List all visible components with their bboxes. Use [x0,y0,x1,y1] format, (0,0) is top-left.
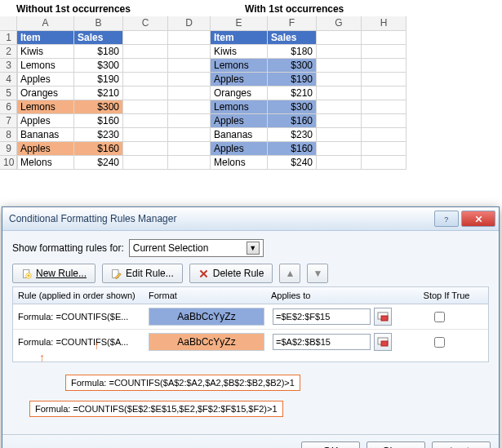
cell[interactable] [123,30,168,44]
cell[interactable] [168,127,211,141]
col-header[interactable]: G [317,16,362,30]
cell[interactable] [123,44,168,58]
cell[interactable]: Lemons [211,100,268,113]
cell[interactable] [317,58,362,72]
col-header[interactable]: B [74,16,123,30]
col-header[interactable]: H [362,16,406,30]
cell[interactable]: $190 [268,72,317,86]
cell[interactable] [362,113,406,127]
cell[interactable]: $240 [74,155,123,169]
cell[interactable]: Bananas [211,127,268,141]
cell[interactable]: Apples [17,72,74,86]
cell[interactable]: Lemons [211,58,268,72]
label-left: Without 1st occurrences [16,3,245,15]
row-header[interactable]: 4 [0,72,18,86]
cell[interactable]: $180 [74,44,123,58]
cell[interactable] [168,72,211,86]
cell[interactable] [168,30,211,44]
cell[interactable]: Item [17,30,74,44]
cell[interactable]: Lemons [17,100,74,113]
cell[interactable] [168,86,211,100]
row-header[interactable]: 8 [0,127,18,141]
cell[interactable]: Kiwis [17,44,74,58]
col-header[interactable]: C [123,16,168,30]
cell[interactable]: Apples [211,72,268,86]
cell[interactable]: Apples [211,141,268,155]
cell[interactable] [168,58,211,72]
cell[interactable]: $210 [74,86,123,100]
cell[interactable] [168,44,211,58]
cell[interactable] [362,30,406,44]
cell[interactable] [168,155,211,169]
cell[interactable]: Melons [17,155,74,169]
cell[interactable] [362,44,406,58]
cell[interactable] [362,127,406,141]
cell[interactable] [317,44,362,58]
cell[interactable] [168,113,211,127]
cell[interactable] [123,127,168,141]
cell[interactable] [123,72,168,86]
row-header[interactable]: 9 [0,141,18,155]
cell[interactable]: Sales [74,30,123,44]
cell[interactable]: Kiwis [211,44,268,58]
cell[interactable] [317,72,362,86]
cell[interactable]: $300 [74,58,123,72]
col-header[interactable]: F [268,16,317,30]
cell[interactable] [317,127,362,141]
cell[interactable] [317,113,362,127]
cell[interactable] [123,141,168,155]
cell[interactable] [168,100,211,113]
cell[interactable]: $210 [268,86,317,100]
cell[interactable] [123,155,168,169]
cell[interactable] [317,86,362,100]
cell[interactable] [317,30,362,44]
cell[interactable] [362,100,406,113]
cell[interactable] [362,141,406,155]
spreadsheet[interactable]: ABCDEFGHItemSalesItemSalesKiwis$180Kiwis… [16,16,406,170]
cell[interactable] [317,155,362,169]
cell[interactable]: Oranges [211,86,268,100]
cell[interactable] [123,58,168,72]
cell[interactable] [362,155,406,169]
cell[interactable]: Bananas [17,127,74,141]
cell[interactable]: Melons [211,155,268,169]
row-header[interactable]: 5 [0,86,18,100]
cell[interactable]: Oranges [17,86,74,100]
cell[interactable] [123,113,168,127]
cell[interactable]: $240 [268,155,317,169]
cell[interactable]: $160 [74,113,123,127]
row-header[interactable]: 10 [0,155,18,169]
cell[interactable]: $300 [268,100,317,113]
cell[interactable] [123,100,168,113]
cell[interactable]: $230 [74,127,123,141]
cell[interactable]: $160 [268,141,317,155]
cell[interactable]: $180 [268,44,317,58]
row-header[interactable]: 2 [0,44,18,58]
cell[interactable] [362,86,406,100]
cell[interactable]: Item [211,30,268,44]
col-header[interactable]: D [168,16,211,30]
cell[interactable]: Apples [211,113,268,127]
cell[interactable] [317,100,362,113]
cell[interactable] [168,141,211,155]
cell[interactable]: Lemons [17,58,74,72]
cell[interactable] [123,86,168,100]
cell[interactable]: $160 [74,141,123,155]
row-header[interactable]: 1 [0,30,18,44]
cell[interactable]: $160 [268,113,317,127]
row-header[interactable]: 3 [0,58,18,72]
cell[interactable]: $300 [74,100,123,113]
row-header[interactable]: 7 [0,113,18,127]
col-header[interactable]: A [17,16,74,30]
cell[interactable]: Apples [17,141,74,155]
col-header[interactable]: E [211,16,268,30]
cell[interactable] [362,58,406,72]
cell[interactable] [317,141,362,155]
cell[interactable]: $300 [268,58,317,72]
row-header[interactable]: 6 [0,100,18,113]
cell[interactable]: Apples [17,113,74,127]
cell[interactable]: $230 [268,127,317,141]
cell[interactable] [362,72,406,86]
cell[interactable]: Sales [268,30,317,44]
cell[interactable]: $190 [74,72,123,86]
